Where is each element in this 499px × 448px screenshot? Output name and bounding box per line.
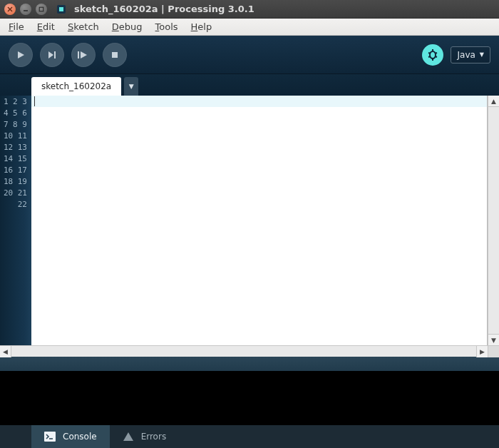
menu-edit[interactable]: Edit [31,20,61,34]
line-number-gutter: 1 2 3 4 5 6 7 8 9 10 11 12 13 14 15 16 1… [0,96,31,345]
svg-rect-8 [54,51,56,58]
status-bar [0,357,499,371]
run-button[interactable] [9,43,33,67]
svg-rect-19 [44,432,56,442]
svg-line-16 [428,56,431,57]
editor-area: 1 2 3 4 5 6 7 8 9 10 11 12 13 14 15 16 1… [0,96,499,345]
present-button[interactable] [71,43,96,67]
svg-line-17 [435,56,437,57]
chevron-down-icon: ▼ [480,51,484,58]
window-title: sketch_160202a | Processing 3.0.1 [74,4,254,14]
scroll-right-arrow[interactable]: ▶ [476,346,488,357]
code-editor[interactable] [31,96,487,345]
menu-tools[interactable]: Tools [150,20,184,34]
menu-bar: File Edit Sketch Debug Tools Help [0,19,499,36]
console-tab[interactable]: Console [31,425,110,448]
warning-icon [123,432,134,442]
menu-sketch[interactable]: Sketch [62,20,105,34]
svg-rect-5 [59,7,63,11]
debug-icon-button[interactable] [422,44,443,66]
menu-debug[interactable]: Debug [106,20,148,34]
svg-point-12 [430,51,436,58]
console-output[interactable] [0,371,499,425]
mode-selector[interactable]: Java ▼ [451,46,490,63]
sketch-tab-active[interactable]: sketch_160202a [31,77,121,96]
svg-line-15 [435,53,437,54]
svg-line-14 [428,53,431,54]
step-button[interactable] [40,43,64,67]
sketch-tab-label: sketch_160202a [41,81,111,91]
scrollbar-corner [488,346,499,357]
menu-help[interactable]: Help [185,20,218,34]
sketch-tab-row: sketch_160202a ▼ [0,74,499,96]
current-line-highlight [31,96,487,107]
console-icon [44,432,56,442]
window-titlebar: sketch_160202a | Processing 3.0.1 [0,0,499,19]
svg-marker-21 [123,432,133,441]
svg-marker-6 [18,51,24,58]
app-icon [56,4,67,15]
mode-selector-label: Java [457,50,475,60]
bottom-tab-bar: Console Errors [0,425,499,448]
scroll-left-arrow[interactable]: ◀ [0,346,11,357]
text-caret [34,96,35,106]
scroll-down-arrow[interactable]: ▼ [488,334,499,345]
window-minimize-button[interactable] [20,4,31,15]
svg-rect-3 [39,7,43,11]
scroll-up-arrow[interactable]: ▲ [488,96,499,107]
svg-rect-11 [112,52,118,58]
horizontal-scrollbar[interactable]: ◀ ▶ [0,345,499,357]
stop-button[interactable] [103,43,127,67]
svg-marker-7 [48,51,53,58]
svg-rect-9 [78,51,79,58]
window-maximize-button[interactable] [36,4,47,15]
errors-tab-label: Errors [141,432,167,442]
tab-menu-dropdown[interactable]: ▼ [124,77,138,96]
svg-marker-10 [81,51,87,58]
console-tab-label: Console [63,432,97,442]
vertical-scrollbar[interactable]: ▲ ▼ [488,96,499,345]
window-close-button[interactable] [4,4,16,15]
errors-tab[interactable]: Errors [110,425,180,448]
menu-file[interactable]: File [3,20,30,34]
toolbar: Java ▼ [0,36,499,74]
